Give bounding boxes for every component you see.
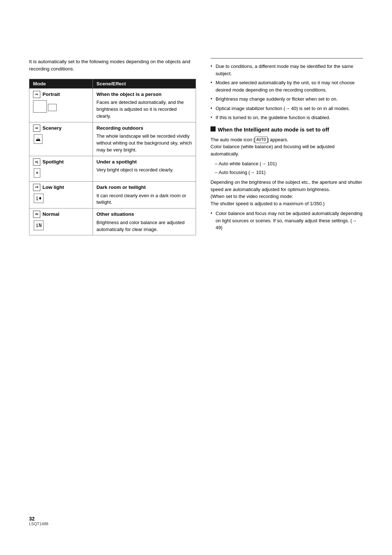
sub-list-item: Auto focusing (→ 101) xyxy=(215,169,363,176)
auto-icon: AUTO xyxy=(255,137,268,143)
scenery-mode-label: Scenery xyxy=(42,125,62,132)
bullet-item: Optical image stabilizer function (→ 40)… xyxy=(211,105,363,112)
bullet-item: Brightness may change suddenly or flicke… xyxy=(211,96,363,103)
normal-effect-title: Other situations xyxy=(97,211,192,218)
scenery-effect-desc: The whole landscape will be recorded viv… xyxy=(97,133,192,154)
lowlight-mode-label: Low light xyxy=(42,184,64,191)
portrait-small-box xyxy=(48,104,57,111)
table-row: iA Scenery ⛰ Recording outdoors The whol… xyxy=(29,122,196,156)
scenery-icon-area: ⛰ xyxy=(34,134,89,144)
bullet-item: Color balance and focus may not be adjus… xyxy=(211,210,363,231)
bullet-item: If this is turned to on, the guideline f… xyxy=(211,114,363,121)
section-divider xyxy=(211,58,363,58)
effect-cell-normal: Other situations Brightness and color ba… xyxy=(93,208,196,235)
scenery-mode-icon: iA xyxy=(33,125,40,132)
spotlight-mode-icon: iQ xyxy=(33,158,40,166)
portrait-icon-area xyxy=(33,100,89,113)
mode-cell-spotlight: iQ Spotlight ☀ xyxy=(29,156,93,181)
section-heading: When the Intelligent auto mode is set to… xyxy=(211,126,363,133)
heading-square-icon xyxy=(211,126,216,131)
mode-cell-portrait: i● Portrait xyxy=(29,88,93,122)
effect-cell-lowlight: Dark room or twilight It can record clea… xyxy=(93,181,196,208)
section-heading-text: When the Intelligent auto mode is set to… xyxy=(218,126,329,133)
spotlight-icon-area: ☀ xyxy=(34,168,89,178)
spotlight-mode-label: Spotlight xyxy=(42,158,64,166)
normal-icon-area: iN xyxy=(34,220,89,230)
lowlight-effect-desc: It can record clearly even in a dark roo… xyxy=(97,193,192,206)
portrait-mode-icon: i● xyxy=(33,91,40,98)
lowlight-icon-area: i♦ xyxy=(34,193,89,203)
lowlight-effect-title: Dark room or twilight xyxy=(97,184,192,191)
bullet-item: Due to conditions, a different mode may … xyxy=(211,63,363,77)
top-bullet-list: Due to conditions, a different mode may … xyxy=(211,63,363,121)
portrait-effect-desc: Faces are detected automatically, and th… xyxy=(97,99,192,120)
page-number: 32 xyxy=(29,516,48,522)
page-footer: 32 LSQT1488 xyxy=(29,516,48,526)
portrait-effect-title: When the object is a person xyxy=(97,91,192,98)
scenery-effect-title: Recording outdoors xyxy=(97,125,192,132)
effect-cell-scenery: Recording outdoors The whole landscape w… xyxy=(93,122,196,156)
spotlight-effect-title: Under a spotlight xyxy=(97,158,192,166)
table-row: i● Portrait When the object is a person … xyxy=(29,88,196,122)
effect-cell-portrait: When the object is a person Faces are de… xyxy=(93,88,196,122)
mode-cell-lowlight: i☀ Low light i♦ xyxy=(29,181,93,208)
left-column: It is automatically set to the following… xyxy=(29,58,196,243)
spotlight-effect-desc: Very bright object is recorded clearly. xyxy=(97,167,192,174)
section-body-2: Depending on the brightness of the subje… xyxy=(211,179,363,207)
table-header-mode: Mode xyxy=(29,79,93,88)
mode-table: Mode Scene/Effect i● Portrait xyxy=(29,79,196,236)
normal-effect-desc: Brightness and color balance are adjuste… xyxy=(97,219,192,233)
section-body-1: The auto mode icon [AUTO] appears. Color… xyxy=(211,136,363,158)
bottom-bullet-list: Color balance and focus may not be adjus… xyxy=(211,210,363,231)
table-row: iN Normal iN Other situations Brightness… xyxy=(29,208,196,235)
sub-list: Auto white balance (→ 101) Auto focusing… xyxy=(211,160,363,176)
portrait-mode-label: Portrait xyxy=(42,91,60,98)
page-code: LSQT1488 xyxy=(29,522,48,526)
normal-mode-label: Normal xyxy=(42,211,60,218)
bullet-item: Modes are selected automatically by the … xyxy=(211,79,363,93)
lowlight-mode-icon: i☀ xyxy=(33,184,40,191)
portrait-big-box xyxy=(33,100,47,113)
right-column: Due to conditions, a different mode may … xyxy=(211,58,363,236)
sub-list-item: Auto white balance (→ 101) xyxy=(215,160,363,167)
table-row: iQ Spotlight ☀ Under a spotlight Very br… xyxy=(29,156,196,181)
table-header-scene: Scene/Effect xyxy=(93,79,196,88)
mode-cell-scenery: iA Scenery ⛰ xyxy=(29,122,93,156)
table-row: i☀ Low light i♦ Dark room or twilight It… xyxy=(29,181,196,208)
effect-cell-spotlight: Under a spotlight Very bright object is … xyxy=(93,156,196,181)
mode-cell-normal: iN Normal iN xyxy=(29,208,93,235)
intro-text: It is automatically set to the following… xyxy=(29,58,196,73)
normal-mode-icon: iN xyxy=(33,211,40,218)
